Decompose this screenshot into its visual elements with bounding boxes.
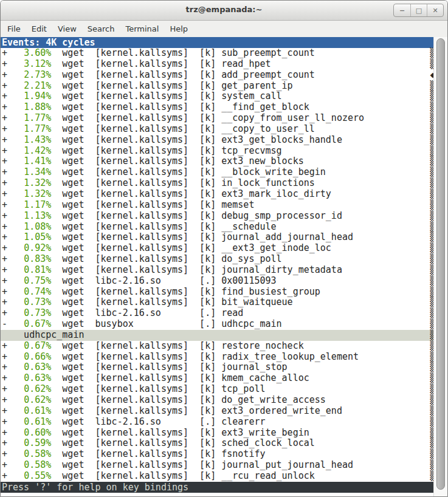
- perf-row[interactable]: + 0.63% wget [kernel.kallsyms] [k] kmem_…: [1, 373, 435, 384]
- perf-row[interactable]: + 1.77% wget [kernel.kallsyms] [k] __cop…: [1, 124, 435, 135]
- perf-row[interactable]: + 1.42% wget [kernel.kallsyms] [k] tcp_r…: [1, 146, 435, 157]
- title-bar[interactable]: trz@empanada:~ − □ ✕: [1, 1, 447, 21]
- menu-search[interactable]: Search: [82, 21, 120, 37]
- scrollbar-track[interactable]: [433, 37, 447, 496]
- terminal-rows: + 3.60% wget [kernel.kallsyms] [k] sub_p…: [1, 48, 435, 482]
- perf-expanded-row[interactable]: udhcpc_main ▒: [1, 330, 435, 341]
- perf-row[interactable]: + 1.32% wget [kernel.kallsyms] [k] ext3_…: [1, 189, 435, 200]
- perf-row[interactable]: + 1.05% wget [kernel.kallsyms] [k] journ…: [1, 232, 435, 243]
- close-icon: ✕: [432, 7, 438, 15]
- scrollbar-thumb[interactable]: [436, 38, 445, 490]
- perf-row[interactable]: + 0.67% wget [kernel.kallsyms] [k] resto…: [1, 341, 435, 352]
- perf-row[interactable]: + 1.08% wget [kernel.kallsyms] [k] __sch…: [1, 222, 435, 233]
- terminal-window: trz@empanada:~ − □ ✕ File Edit View Sear…: [0, 0, 448, 497]
- perf-row[interactable]: + 2.73% wget [kernel.kallsyms] [k] add_p…: [1, 70, 435, 81]
- close-button[interactable]: ✕: [427, 4, 443, 16]
- menu-view[interactable]: View: [52, 21, 82, 37]
- maximize-button[interactable]: □: [410, 4, 427, 16]
- perf-row[interactable]: + 0.61% wget [kernel.kallsyms] [k] ext3_…: [1, 406, 435, 417]
- window-controls: − □ ✕: [393, 4, 444, 17]
- minimize-icon: −: [399, 7, 405, 15]
- perf-row[interactable]: - 0.67% wget busybox [.] udhcpc_main ▒: [1, 319, 435, 330]
- perf-row[interactable]: + 1.32% wget [kernel.kallsyms] [k] in_lo…: [1, 178, 435, 189]
- perf-row[interactable]: + 3.60% wget [kernel.kallsyms] [k] sub_p…: [1, 48, 435, 59]
- perf-row[interactable]: + 1.77% wget [kernel.kallsyms] [k] __cop…: [1, 113, 435, 124]
- perf-row[interactable]: + 1.13% wget [kernel.kallsyms] [k] debug…: [1, 211, 435, 222]
- perf-row[interactable]: + 0.60% wget [kernel.kallsyms] [k] ext3_…: [1, 428, 435, 439]
- perf-row[interactable]: + 0.59% wget [kernel.kallsyms] [k] sched…: [1, 438, 435, 449]
- window-title: trz@empanada:~: [1, 5, 447, 14]
- perf-row[interactable]: + 0.92% wget [kernel.kallsyms] [k] __ext…: [1, 243, 435, 254]
- perf-row[interactable]: + 1.43% wget [kernel.kallsyms] [k] ext3_…: [1, 135, 435, 146]
- perf-row[interactable]: + 0.73% wget libc-2.16.so [.] read ▒: [1, 308, 435, 319]
- menu-help[interactable]: Help: [164, 21, 193, 37]
- perf-row[interactable]: + 0.73% wget [kernel.kallsyms] [k] bit_w…: [1, 297, 435, 308]
- perf-row[interactable]: + 0.58% wget [kernel.kallsyms] [k] journ…: [1, 460, 435, 471]
- maximize-icon: □: [416, 7, 422, 15]
- perf-row[interactable]: + 0.55% wget [kernel.kallsyms] [k] __rcu…: [1, 471, 435, 482]
- perf-row[interactable]: + 0.83% wget [kernel.kallsyms] [k] do_sy…: [1, 254, 435, 265]
- terminal-content[interactable]: Events: 4K cycles + 3.60% wget [kernel.k…: [1, 37, 435, 496]
- help-status-bar: Press '?' for help on key bindings: [1, 482, 435, 493]
- perf-events-header: Events: 4K cycles: [1, 37, 435, 48]
- perf-row[interactable]: + 0.74% wget [kernel.kallsyms] [k] find_…: [1, 287, 435, 298]
- perf-row[interactable]: + 1.34% wget [kernel.kallsyms] [k] __blo…: [1, 167, 435, 178]
- perf-row[interactable]: + 0.61% wget libc-2.16.so [.] clearerr ▒: [1, 417, 435, 428]
- perf-row[interactable]: + 0.62% wget [kernel.kallsyms] [k] do_ge…: [1, 395, 435, 406]
- perf-row[interactable]: + 1.88% wget [kernel.kallsyms] [k] __fin…: [1, 102, 435, 113]
- menu-terminal[interactable]: Terminal: [120, 21, 164, 37]
- perf-row[interactable]: + 0.81% wget [kernel.kallsyms] [k] journ…: [1, 265, 435, 276]
- menu-file[interactable]: File: [2, 21, 26, 37]
- perf-row[interactable]: + 0.66% wget [kernel.kallsyms] [k] radix…: [1, 352, 435, 363]
- perf-row[interactable]: + 1.94% wget [kernel.kallsyms] [k] syste…: [1, 91, 435, 102]
- perf-row[interactable]: + 0.62% wget [kernel.kallsyms] [k] tcp_p…: [1, 384, 435, 395]
- perf-row[interactable]: + 0.58% wget [kernel.kallsyms] [k] fsnot…: [1, 449, 435, 460]
- menu-bar: File Edit View Search Terminal Help: [1, 21, 447, 37]
- perf-row[interactable]: + 0.63% wget [kernel.kallsyms] [k] journ…: [1, 362, 435, 373]
- perf-row[interactable]: + 1.41% wget [kernel.kallsyms] [k] ext3_…: [1, 156, 435, 167]
- minimize-button[interactable]: −: [394, 4, 410, 16]
- perf-row[interactable]: + 2.21% wget [kernel.kallsyms] [k] get_p…: [1, 81, 435, 92]
- perf-row[interactable]: + 1.17% wget [kernel.kallsyms] [k] memse…: [1, 200, 435, 211]
- perf-row[interactable]: + 0.75% wget libc-2.16.so [.] 0x00115093…: [1, 276, 435, 287]
- menu-edit[interactable]: Edit: [26, 21, 52, 37]
- perf-row[interactable]: + 3.12% wget [kernel.kallsyms] [k] read_…: [1, 59, 435, 70]
